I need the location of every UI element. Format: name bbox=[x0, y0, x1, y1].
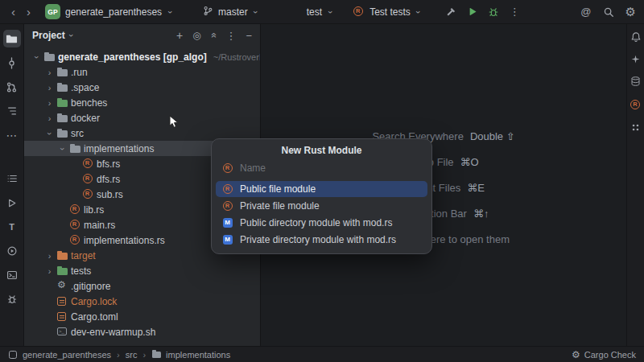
module-type-option[interactable]: Public directory module with mod.rs bbox=[216, 215, 427, 231]
tree-item-label: Cargo.toml bbox=[71, 311, 118, 323]
module-type-icon bbox=[221, 233, 234, 246]
tree-chevron-icon[interactable] bbox=[43, 311, 56, 323]
tree-chevron-icon[interactable] bbox=[43, 81, 56, 94]
tree-item-icon bbox=[56, 66, 68, 79]
ai-icon[interactable] bbox=[580, 6, 591, 18]
tree-row[interactable]: tests bbox=[24, 263, 260, 278]
new-rust-module-popup: New Rust Module Public file module Priva… bbox=[211, 138, 432, 254]
more-actions-icon[interactable] bbox=[510, 6, 520, 18]
chevron-down-icon[interactable] bbox=[68, 31, 76, 40]
cargo-check-widget[interactable]: Cargo Check bbox=[572, 349, 636, 360]
breadcrumb-item[interactable]: implementations bbox=[137, 349, 230, 360]
tree-item-icon bbox=[68, 204, 81, 216]
tree-item-icon bbox=[68, 234, 81, 247]
module-type-option[interactable]: Private file module bbox=[216, 198, 427, 214]
tests-icon[interactable] bbox=[3, 218, 21, 236]
todo-icon[interactable] bbox=[3, 170, 21, 187]
breadcrumb-icon bbox=[151, 349, 163, 360]
tree-item-label: dfs.rs bbox=[97, 174, 120, 185]
terminal-icon[interactable] bbox=[3, 266, 21, 284]
tree-chevron-icon[interactable] bbox=[43, 66, 56, 79]
tree-chevron-icon[interactable] bbox=[43, 295, 56, 308]
chevron-down-icon bbox=[415, 7, 423, 17]
tree-chevron-icon[interactable] bbox=[43, 127, 56, 140]
back-button[interactable]: ‹ bbox=[8, 5, 19, 19]
run-config-name: test bbox=[307, 6, 322, 18]
tree-chevron-icon[interactable] bbox=[43, 112, 56, 125]
tree-chevron-icon[interactable] bbox=[43, 280, 56, 293]
tree-row[interactable]: Cargo.lock bbox=[24, 294, 260, 309]
tree-chevron-icon[interactable] bbox=[56, 204, 68, 216]
tree-row[interactable]: Cargo.toml bbox=[24, 309, 260, 324]
module-name-field[interactable] bbox=[212, 161, 431, 181]
pull-requests-icon[interactable] bbox=[3, 78, 21, 96]
debug-button[interactable] bbox=[488, 6, 499, 18]
tree-chevron-icon[interactable] bbox=[69, 158, 81, 171]
tree-chevron-icon[interactable] bbox=[69, 188, 81, 201]
debug-icon[interactable] bbox=[3, 290, 21, 308]
tree-item-label: .space bbox=[71, 82, 99, 93]
project-icon[interactable] bbox=[3, 30, 21, 47]
tree-chevron-icon[interactable] bbox=[56, 142, 68, 155]
structure-icon[interactable] bbox=[3, 102, 21, 120]
module-type-option[interactable]: Private directory module with mod.rs bbox=[216, 232, 427, 248]
tree-item-label: implementations bbox=[84, 143, 154, 154]
vcs-widget[interactable]: master bbox=[203, 6, 260, 19]
chevron-down-icon bbox=[327, 7, 334, 17]
options-icon[interactable] bbox=[225, 30, 236, 42]
tree-row[interactable]: .run bbox=[24, 64, 260, 80]
plugins-icon[interactable] bbox=[630, 122, 641, 133]
locate-icon[interactable] bbox=[192, 30, 200, 41]
notifications-bell-icon[interactable] bbox=[630, 31, 642, 43]
tree-item-label: .run bbox=[71, 67, 88, 78]
project-widget[interactable]: GP generate_parentheses bbox=[45, 4, 174, 19]
tree-row[interactable]: generate_parentheses [gp_algo] ~/Rustrov… bbox=[24, 49, 260, 64]
more-tools-icon[interactable] bbox=[3, 126, 21, 144]
build-icon[interactable] bbox=[445, 6, 456, 18]
run-icon[interactable] bbox=[3, 194, 21, 212]
tree-chevron-icon[interactable] bbox=[43, 265, 56, 278]
tree-row[interactable]: benches bbox=[24, 95, 260, 110]
search-icon[interactable] bbox=[603, 6, 614, 18]
commit-icon[interactable] bbox=[3, 54, 21, 72]
test-config-widget[interactable]: Test tests bbox=[352, 6, 423, 19]
add-icon[interactable] bbox=[176, 29, 183, 42]
cargo-icon[interactable] bbox=[630, 98, 642, 111]
module-name-input[interactable] bbox=[240, 162, 422, 174]
tree-item-label: target bbox=[71, 250, 96, 261]
tree-chevron-icon[interactable] bbox=[43, 97, 56, 109]
database-icon[interactable] bbox=[630, 76, 641, 87]
breadcrumb-item[interactable]: generate_parentheses bbox=[8, 349, 111, 360]
hint-shortcut: ⌘E bbox=[467, 182, 485, 194]
hide-icon[interactable] bbox=[246, 30, 252, 42]
tree-row[interactable]: docker bbox=[24, 110, 260, 125]
panel-title[interactable]: Project bbox=[32, 30, 65, 41]
collapse-all-icon[interactable] bbox=[211, 30, 217, 41]
chevron-down-icon bbox=[167, 7, 174, 17]
tree-chevron-icon[interactable] bbox=[31, 51, 43, 64]
module-type-option[interactable]: Public file module bbox=[216, 181, 427, 197]
popup-title: New Rust Module bbox=[212, 139, 431, 161]
settings-icon[interactable] bbox=[625, 5, 636, 19]
services-icon[interactable] bbox=[3, 242, 21, 260]
tree-item-icon bbox=[43, 51, 56, 64]
breadcrumb-item[interactable]: src bbox=[111, 350, 137, 360]
ai-assistant-icon[interactable] bbox=[630, 54, 641, 64]
tree-row[interactable]: dev-env-warmup.sh bbox=[24, 324, 260, 339]
tree-item-icon bbox=[81, 173, 94, 186]
tree-chevron-icon[interactable] bbox=[43, 326, 56, 339]
tree-item-icon bbox=[81, 188, 94, 201]
tree-item-icon bbox=[81, 158, 94, 171]
tree-chevron-icon[interactable] bbox=[69, 173, 81, 186]
tree-row[interactable]: .gitignore bbox=[24, 278, 260, 294]
run-button[interactable] bbox=[467, 6, 477, 17]
run-config-widget[interactable]: test bbox=[307, 6, 334, 18]
tree-chevron-icon[interactable] bbox=[56, 219, 68, 232]
tree-chevron-icon[interactable] bbox=[43, 249, 56, 262]
forward-button[interactable]: › bbox=[23, 5, 34, 19]
titlebar: ‹ › GP generate_parentheses master test … bbox=[0, 0, 644, 24]
tree-chevron-icon[interactable] bbox=[56, 234, 68, 247]
tree-row[interactable]: .space bbox=[24, 80, 260, 95]
breadcrumb-label: implementations bbox=[166, 350, 230, 360]
hint-shortcut: Double ⇧ bbox=[470, 130, 515, 142]
